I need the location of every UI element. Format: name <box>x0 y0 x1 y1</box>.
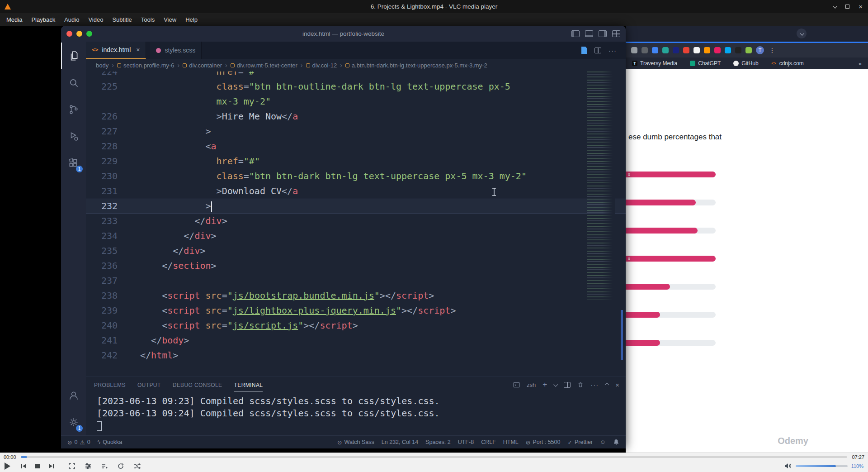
prettier-status[interactable]: ✓Prettier <box>567 439 593 446</box>
code-line[interactable]: 226 >Hire Me Now</a <box>86 109 626 124</box>
code-line[interactable]: 240 <script src="js/script.js"></script> <box>86 318 626 333</box>
close-panel-icon[interactable]: × <box>615 381 619 389</box>
code-line[interactable]: 239 <script src="js/lightbox-plus-jquery… <box>86 303 626 318</box>
code-line[interactable]: 238 <script src="js/bootstrap.bundle.min… <box>86 288 626 303</box>
menu-media[interactable]: Media <box>2 14 27 25</box>
terminal-output[interactable]: [2023-06-13 09:23] Compiled scss/styles.… <box>86 392 626 432</box>
code-line[interactable]: 232 > <box>86 199 626 214</box>
fullscreen-button[interactable] <box>66 462 77 471</box>
toggle-panel-icon[interactable] <box>585 30 593 37</box>
menu-playback[interactable]: Playback <box>27 14 60 25</box>
extension-icon[interactable] <box>631 47 637 53</box>
live-server-status[interactable]: ⊘Port : 5500 <box>526 439 561 446</box>
window-close-icon[interactable]: × <box>859 3 863 10</box>
code-line[interactable]: 227 > <box>86 124 626 139</box>
extension-icon[interactable] <box>745 47 752 53</box>
play-button[interactable] <box>5 462 10 470</box>
code-line[interactable]: 237 <box>86 273 626 288</box>
code-line[interactable]: 235 </div> <box>86 243 626 258</box>
tab-debug-console[interactable]: DEBUG CONSOLE <box>173 378 222 391</box>
next-button[interactable] <box>46 462 57 471</box>
extension-icon[interactable] <box>683 47 689 53</box>
seek-slider[interactable] <box>21 456 848 458</box>
tab-terminal[interactable]: TERMINAL <box>234 378 263 391</box>
extension-icon[interactable] <box>714 47 721 53</box>
code-line[interactable]: 225 class="btn btn-outline-dark btn-lg t… <box>86 79 626 94</box>
tab-problems[interactable]: PROBLEMS <box>94 378 126 391</box>
account-icon[interactable] <box>61 382 86 409</box>
terminal-dropdown-icon[interactable] <box>553 382 558 386</box>
editor-scrollbar[interactable] <box>621 310 623 360</box>
breadcrumb-body[interactable]: body <box>96 62 108 69</box>
more-actions-icon[interactable]: ··· <box>609 47 617 54</box>
language-mode-status[interactable]: HTML <box>503 439 519 445</box>
menu-subtitle[interactable]: Subtitle <box>108 14 136 25</box>
window-maximize-icon[interactable] <box>845 5 849 9</box>
source-control-icon[interactable] <box>61 96 86 123</box>
bookmark-github[interactable]: GitHub <box>733 60 758 67</box>
code-line[interactable]: 231 >Download CV</a <box>86 184 626 199</box>
maximize-panel-icon[interactable] <box>605 382 609 387</box>
browser-profile-avatar[interactable]: T <box>756 46 764 54</box>
tab-output[interactable]: OUTPUT <box>137 378 161 391</box>
new-terminal-icon[interactable]: + <box>542 380 547 389</box>
watch-sass-status[interactable]: ⊙Watch Sass <box>337 439 374 446</box>
extension-icon[interactable] <box>704 47 710 53</box>
terminal-shell-label[interactable]: zsh <box>527 381 536 388</box>
code-line[interactable]: 241 </body> <box>86 333 626 348</box>
toggle-sidebar-icon[interactable] <box>571 30 580 37</box>
breadcrumb-anchor[interactable]: a.btn.btn-dark.btn-lg.text-uppercase.px-… <box>345 62 487 69</box>
code-line[interactable]: 230 class="btn btn-dark btn-lg text-uppe… <box>86 169 626 184</box>
cursor-position-status[interactable]: Ln 232, Col 14 <box>382 439 418 445</box>
speaker-icon[interactable] <box>784 462 792 469</box>
browser-collapse-icon[interactable] <box>797 29 807 38</box>
customize-layout-icon[interactable] <box>612 30 620 37</box>
code-editor[interactable]: 224 href="#"225 class="btn btn-outline-d… <box>86 72 626 377</box>
run-debug-icon[interactable] <box>61 123 86 149</box>
loop-button[interactable] <box>115 462 126 471</box>
previous-button[interactable] <box>19 462 29 471</box>
tab-close-icon[interactable]: × <box>136 46 140 53</box>
toggle-secondary-sidebar-icon[interactable] <box>599 30 607 37</box>
playlist-button[interactable] <box>99 462 110 471</box>
extension-icon[interactable] <box>642 47 648 53</box>
search-icon[interactable] <box>61 69 86 96</box>
breadcrumb-container[interactable]: div.container <box>183 62 222 69</box>
indentation-status[interactable]: Spaces: 2 <box>425 439 451 445</box>
menu-tools[interactable]: Tools <box>137 14 159 25</box>
code-line[interactable]: 234 </div> <box>86 229 626 243</box>
browser-menu-icon[interactable]: ⋮ <box>769 47 775 54</box>
breadcrumb-section[interactable]: section.profile.my-6 <box>117 62 175 69</box>
extension-icon[interactable] <box>725 47 731 53</box>
split-terminal-icon[interactable] <box>564 382 571 388</box>
video-frame[interactable]: T ⋮ T Traversy Media ChatGPT GitHub <> <box>0 26 868 453</box>
kill-terminal-icon[interactable] <box>577 381 584 388</box>
code-line[interactable]: mx-3 my-2" <box>86 94 626 109</box>
eol-status[interactable]: CRLF <box>481 439 496 445</box>
window-minimize-icon[interactable] <box>833 4 837 9</box>
bookmark-traversy-media[interactable]: T Traversy Media <box>632 60 677 67</box>
menu-view[interactable]: View <box>159 14 181 25</box>
shuffle-button[interactable] <box>132 462 142 471</box>
extensions-icon[interactable]: 1 <box>61 149 86 176</box>
extension-icon[interactable] <box>673 47 679 53</box>
code-line[interactable]: 236 </section> <box>86 258 626 273</box>
minimap[interactable] <box>587 72 615 300</box>
volume-slider[interactable] <box>796 465 848 467</box>
split-editor-icon[interactable] <box>594 48 601 53</box>
code-line[interactable]: 233 </div> <box>86 214 626 229</box>
extension-icon[interactable] <box>652 47 658 53</box>
encoding-status[interactable]: UTF-8 <box>458 439 474 445</box>
stop-button[interactable] <box>32 462 43 471</box>
quokka-status[interactable]: ϟQuokka <box>98 439 123 445</box>
extended-settings-button[interactable] <box>83 462 94 471</box>
breadcrumb-row[interactable]: div.row.mt-5.text-center <box>231 62 297 69</box>
menu-help[interactable]: Help <box>181 14 202 25</box>
menu-audio[interactable]: Audio <box>60 14 84 25</box>
settings-gear-icon[interactable]: 1 <box>61 409 86 435</box>
problems-status[interactable]: ⊘0 ⚠0 <box>67 439 90 446</box>
tab-styles-scss[interactable]: styles.scss <box>150 42 202 59</box>
breadcrumb-col[interactable]: div.col-12 <box>306 62 337 69</box>
open-preview-icon[interactable] <box>581 47 587 54</box>
menu-video[interactable]: Video <box>84 14 108 25</box>
